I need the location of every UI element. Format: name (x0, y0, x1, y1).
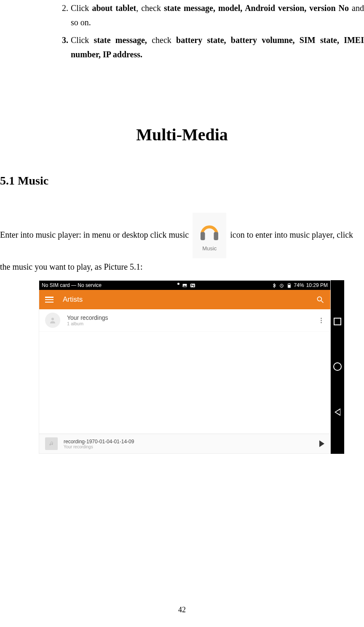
person-icon (49, 316, 56, 324)
artist-row[interactable]: Your recordings 1 album (39, 309, 330, 332)
para-pre: Enter into music player: in menu or desk… (0, 230, 189, 239)
list-number: 2. (51, 1, 71, 29)
artist-subtitle: 1 album (67, 321, 318, 326)
bluetooth-icon (271, 283, 277, 288)
svg-point-10 (51, 318, 54, 320)
svg-rect-1 (214, 232, 219, 240)
artist-title: Your recordings (67, 314, 318, 321)
appbar-title: Artists (63, 295, 316, 304)
now-playing-bar[interactable]: recording-1970-01-04-01-14-09 Your recor… (39, 434, 330, 453)
list-body: Click state message, check battery state… (71, 33, 364, 62)
artist-avatar-placeholder (45, 313, 60, 328)
headphone-icon (198, 220, 221, 243)
status-battery-percent: 74% (294, 282, 304, 288)
nav-home-icon[interactable] (333, 362, 342, 371)
status-picture-icon (182, 283, 187, 288)
list-number: 3. (51, 33, 71, 62)
more-options-icon[interactable] (318, 318, 324, 323)
status-notification-icon (177, 283, 179, 285)
now-playing-text: recording-1970-01-04-01-14-09 Your recor… (64, 439, 319, 449)
list-body: Click about tablet, check state message,… (71, 1, 364, 29)
menu-icon[interactable] (45, 297, 54, 303)
screen-content: No SIM card — No service 74% 10:29 PM (39, 280, 331, 454)
bold-text: about tablet (92, 3, 136, 13)
text: check (147, 35, 176, 45)
empty-list-area (39, 332, 330, 434)
status-bar: No SIM card — No service 74% 10:29 PM (39, 281, 330, 290)
alarm-icon (279, 283, 284, 288)
text: Click (71, 35, 94, 45)
status-sim-text: No SIM card — No service (42, 282, 102, 288)
list-item-2: 2. Click about tablet, check state messa… (51, 1, 364, 29)
bold-text: state message, model, Android version, v… (164, 3, 349, 13)
nav-recent-icon[interactable] (334, 318, 341, 325)
list-item-3: 3. Click state message, check battery st… (51, 33, 364, 62)
now-playing-subtitle: Your recordings (64, 445, 319, 449)
system-nav-bar (331, 280, 344, 454)
chapter-title: Multi-Media (0, 125, 364, 145)
svg-line-9 (321, 301, 324, 303)
svg-rect-6 (289, 283, 289, 284)
text: , check (136, 3, 164, 13)
music-player-screenshot: No SIM card — No service 74% 10:29 PM (39, 280, 344, 454)
bold-text: state message, (94, 35, 147, 45)
battery-icon (286, 283, 292, 288)
now-playing-title: recording-1970-01-04-01-14-09 (64, 439, 319, 445)
nav-back-icon[interactable] (335, 408, 340, 416)
section-title: 5.1 Music (0, 174, 364, 188)
page-number: 42 (0, 606, 364, 614)
svg-rect-0 (201, 232, 205, 240)
music-app-icon: Music (193, 213, 226, 258)
search-icon[interactable] (316, 295, 324, 304)
music-icon-label: Music (193, 243, 226, 254)
text: Click (71, 3, 92, 13)
status-n-icon (190, 283, 195, 288)
app-bar: Artists (39, 290, 330, 309)
play-icon[interactable] (319, 440, 324, 447)
status-time: 10:29 PM (306, 282, 328, 288)
numbered-list: 2. Click about tablet, check state messa… (0, 1, 364, 62)
paragraph: Enter into music player: in menu or desk… (0, 213, 364, 275)
music-note-icon (48, 441, 54, 447)
svg-rect-7 (288, 284, 290, 287)
svg-point-8 (317, 297, 321, 301)
now-playing-thumbnail (45, 437, 58, 450)
artist-row-text: Your recordings 1 album (67, 314, 318, 326)
